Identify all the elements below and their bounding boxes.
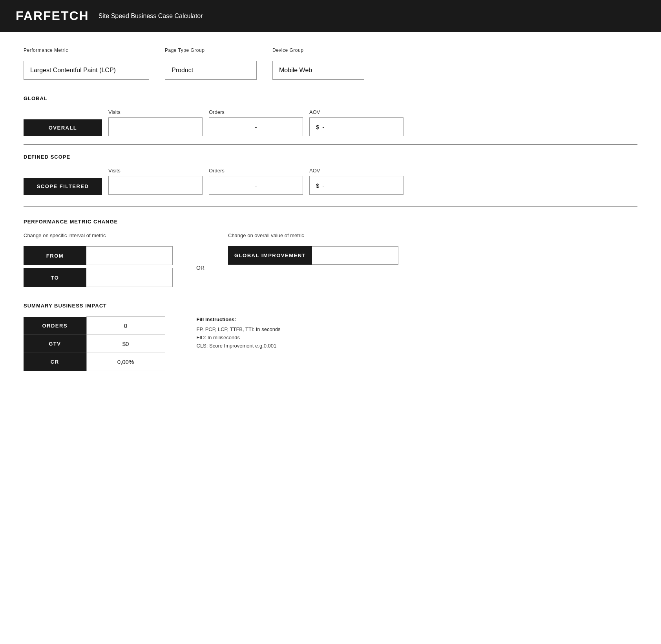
device-group-label: Device Group: [272, 48, 364, 53]
global-col-headers: Visits Orders AOV: [24, 109, 637, 115]
to-input[interactable]: [86, 268, 173, 287]
fill-instruction-item-2: CLS: Score Improvement e.g.0.001: [197, 343, 638, 349]
page-type-group: Page Type Group: [165, 48, 257, 80]
page-type-group-label: Page Type Group: [165, 48, 257, 53]
global-section: GLOBAL Visits Orders AOV OVERALL - $ - D…: [24, 95, 637, 207]
summary-table: ORDERS 0 GTV $0 CR 0,00%: [24, 317, 165, 371]
cr-btn-cell[interactable]: CR: [24, 353, 86, 371]
perf-change-columns: Change on specific interval of metric FR…: [24, 232, 637, 287]
scope-orders-value: -: [209, 176, 303, 195]
performance-metric-group: Performance Metric: [24, 48, 149, 80]
to-row: TO: [24, 268, 173, 287]
scope-aov-box: $ -: [309, 176, 404, 195]
fill-instruction-item-1: FID: In miliseconds: [197, 335, 638, 340]
global-divider: [24, 144, 637, 145]
defined-scope-title: DEFINED SCOPE: [24, 154, 637, 160]
scope-filtered-button[interactable]: SCOPE FILTERED: [24, 178, 102, 195]
gtv-btn-cell[interactable]: GTV: [24, 335, 86, 353]
or-label: OR: [196, 265, 205, 271]
summary-title: SUMMARY BUSINESS IMPACT: [24, 303, 637, 309]
fill-instructions-title: Fill Instructions:: [197, 317, 638, 322]
overall-button[interactable]: OVERALL: [24, 119, 102, 136]
from-button[interactable]: FROM: [24, 246, 86, 265]
bottom-area: ORDERS 0 GTV $0 CR 0,00% Fill Instructio…: [24, 317, 637, 371]
orders-col-header: Orders: [209, 109, 303, 115]
orders-value-cell: 0: [86, 317, 165, 335]
cr-row: CR 0,00%: [24, 353, 165, 371]
from-input[interactable]: [86, 246, 173, 265]
scope-col-headers: Visits Orders AOV: [24, 168, 637, 174]
scope-aov-header: AOV: [309, 168, 404, 174]
overall-orders-value: -: [209, 117, 303, 136]
orders-btn-cell[interactable]: ORDERS: [24, 317, 86, 335]
gtv-row: GTV $0: [24, 335, 165, 353]
to-button[interactable]: TO: [24, 268, 86, 287]
device-group: Device Group: [272, 48, 364, 80]
top-filters: Performance Metric Page Type Group Devic…: [24, 48, 637, 80]
page-type-input[interactable]: [165, 61, 257, 80]
overall-aov-dollar: $: [316, 124, 319, 130]
overall-aov-value: -: [322, 124, 324, 130]
performance-metric-input[interactable]: [24, 61, 149, 80]
scope-orders-header: Orders: [209, 168, 303, 174]
cr-value-cell: 0,00%: [86, 353, 165, 371]
orders-row: ORDERS 0: [24, 317, 165, 335]
app-title: Site Speed Business Case Calculator: [99, 13, 203, 20]
specific-interval-label: Change on specific interval of metric: [24, 232, 173, 238]
scope-aov-value: -: [322, 182, 324, 189]
global-improvement-input[interactable]: [312, 246, 398, 265]
device-group-input[interactable]: [272, 61, 364, 80]
overall-value-label: Change on overall value of metric: [228, 232, 398, 238]
overall-row: OVERALL - $ -: [24, 117, 637, 136]
app-header: FARFETCH Site Speed Business Case Calcul…: [0, 0, 661, 32]
summary-section: SUMMARY BUSINESS IMPACT ORDERS 0 GTV $0 …: [24, 303, 637, 371]
scope-aov-dollar: $: [316, 182, 319, 189]
overall-visits-input[interactable]: [108, 117, 203, 136]
performance-metric-label: Performance Metric: [24, 48, 149, 53]
visits-col-header: Visits: [108, 109, 203, 115]
logo: FARFETCH: [16, 9, 89, 23]
aov-col-header: AOV: [309, 109, 404, 115]
perf-metric-section: PERFORMANCE METRIC CHANGE Change on spec…: [24, 219, 637, 287]
perf-metric-title: PERFORMANCE METRIC CHANGE: [24, 219, 637, 225]
from-row: FROM: [24, 246, 173, 265]
global-improvement-row: GLOBAL IMPROVEMENT: [228, 246, 398, 265]
scope-visits-input[interactable]: [108, 176, 203, 195]
scope-divider: [24, 207, 637, 207]
overall-aov-box: $ -: [309, 117, 404, 136]
scope-visits-header: Visits: [108, 168, 203, 174]
fill-instruction-item-0: FP, PCP, LCP, TTFB, TTI: In seconds: [197, 326, 638, 332]
scope-row: SCOPE FILTERED - $ -: [24, 176, 637, 195]
specific-interval-col: Change on specific interval of metric FR…: [24, 232, 173, 287]
gtv-value-cell: $0: [86, 335, 165, 353]
fill-instructions: Fill Instructions: FP, PCP, LCP, TTFB, T…: [197, 317, 638, 351]
global-title: GLOBAL: [24, 95, 637, 101]
defined-scope-section: DEFINED SCOPE Visits Orders AOV SCOPE FI…: [24, 154, 637, 195]
global-improvement-button[interactable]: GLOBAL IMPROVEMENT: [228, 246, 312, 265]
global-improvement-col: Change on overall value of metric GLOBAL…: [228, 232, 398, 265]
